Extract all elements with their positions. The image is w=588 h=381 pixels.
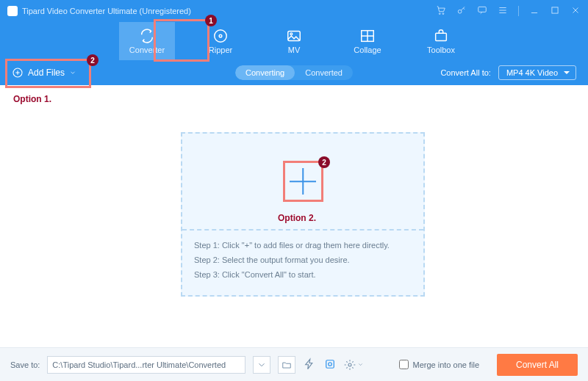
nav-ripper[interactable]: Ripper xyxy=(193,22,248,60)
nav-toolbox-label: Toolbox xyxy=(427,46,455,54)
key-icon[interactable] xyxy=(456,5,467,17)
open-folder-button[interactable] xyxy=(278,356,295,374)
add-file-plus[interactable] xyxy=(290,168,316,195)
nav-converter[interactable]: Converter xyxy=(119,22,175,60)
svg-rect-10 xyxy=(436,33,447,40)
step-2: Step 2: Select the output format you des… xyxy=(194,253,412,267)
settings-icon[interactable] xyxy=(344,359,364,371)
convert-all-button[interactable]: Convert All xyxy=(497,354,578,376)
svg-point-0 xyxy=(439,13,440,15)
merge-label: Merge into one file xyxy=(413,360,480,369)
tab-converted[interactable]: Converted xyxy=(295,65,353,80)
nav-mv[interactable]: MV xyxy=(266,22,322,60)
gpu-icon[interactable] xyxy=(323,358,337,372)
svg-point-6 xyxy=(219,35,222,37)
step-1: Step 1: Click "+" to add files or drag t… xyxy=(194,238,412,253)
add-files-label: Add Files xyxy=(28,68,65,78)
svg-rect-12 xyxy=(326,360,334,368)
convert-to-label: Convert All to: xyxy=(440,68,490,77)
path-dropdown[interactable] xyxy=(253,356,270,374)
window-title: Tipard Video Converter Ultimate (Unregis… xyxy=(22,7,191,15)
add-files-button[interactable]: Add Files xyxy=(12,67,76,79)
merge-checkbox[interactable]: Merge into one file xyxy=(399,360,480,369)
nav-collage-label: Collage xyxy=(354,46,381,54)
instructions: Step 1: Click "+" to add files or drag t… xyxy=(182,231,423,289)
annotation-option2: Option 2. xyxy=(278,213,316,223)
feedback-icon[interactable] xyxy=(477,5,487,17)
save-to-path[interactable] xyxy=(47,356,245,374)
footer-bar: Save to: Merge into one file Convert All xyxy=(0,347,588,381)
svg-rect-4 xyxy=(552,7,558,13)
app-logo xyxy=(7,6,18,16)
hw-accel-icon[interactable] xyxy=(303,358,316,372)
svg-point-13 xyxy=(329,362,332,366)
title-bar: Tipard Video Converter Ultimate (Unregis… xyxy=(0,0,588,22)
maximize-icon[interactable] xyxy=(550,5,560,17)
nav-converter-label: Converter xyxy=(129,46,165,54)
menu-icon[interactable] xyxy=(498,5,508,17)
sub-toolbar: Add Files Converting Converted Convert A… xyxy=(0,60,588,85)
nav-collage[interactable]: Collage xyxy=(340,22,395,60)
nav-mv-label: MV xyxy=(288,46,301,54)
svg-point-8 xyxy=(290,33,293,35)
annotation-option1: Option 1. xyxy=(13,94,51,104)
nav-toolbox[interactable]: Toolbox xyxy=(413,22,469,60)
minimize-icon[interactable] xyxy=(529,5,539,17)
nav-ripper-label: Ripper xyxy=(209,46,232,54)
main-nav: Converter Ripper MV Collage Toolbox xyxy=(0,22,588,60)
output-format-select[interactable]: MP4 4K Video xyxy=(498,65,576,80)
save-to-label: Save to: xyxy=(10,360,40,369)
svg-point-1 xyxy=(442,13,444,15)
svg-point-14 xyxy=(348,363,351,366)
step-3: Step 3: Click "Convert All" to start. xyxy=(194,267,412,282)
cart-icon[interactable] xyxy=(436,5,446,17)
svg-rect-3 xyxy=(478,7,487,12)
tab-converting[interactable]: Converting xyxy=(235,65,295,80)
status-segment: Converting Converted xyxy=(235,65,353,80)
close-icon[interactable] xyxy=(570,5,581,17)
svg-point-2 xyxy=(458,10,462,13)
svg-point-5 xyxy=(215,30,227,43)
merge-checkbox-input[interactable] xyxy=(399,360,409,369)
